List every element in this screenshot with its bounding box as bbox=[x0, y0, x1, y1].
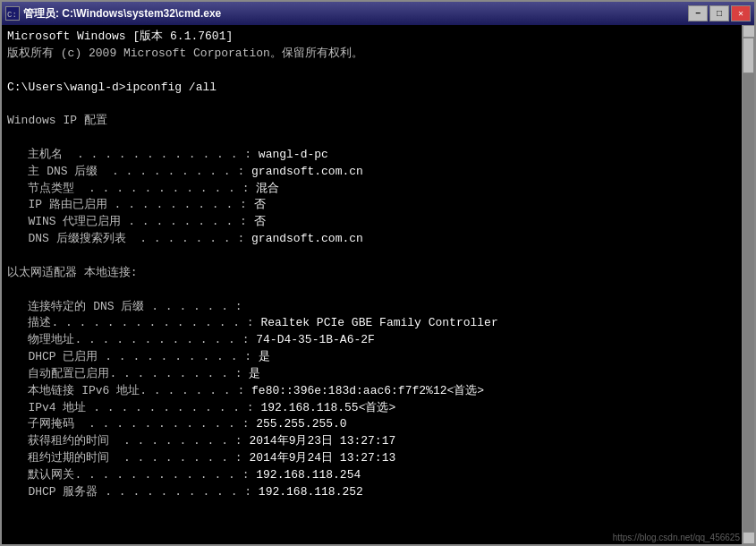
window-title: 管理员: C:\Windows\system32\cmd.exe bbox=[23, 6, 221, 21]
title-bar-left: C: 管理员: C:\Windows\system32\cmd.exe bbox=[5, 6, 221, 21]
title-bar-buttons: − □ ✕ bbox=[688, 5, 751, 21]
scroll-down-button[interactable]: ▼ bbox=[743, 532, 754, 544]
scroll-track bbox=[743, 38, 754, 532]
maximize-button[interactable]: □ bbox=[709, 5, 729, 21]
terminal-output[interactable]: Microsoft Windows [版本 6.1.7601] 版权所有 (c)… bbox=[2, 25, 742, 544]
title-bar: C: 管理员: C:\Windows\system32\cmd.exe − □ … bbox=[2, 2, 754, 25]
minimize-button[interactable]: − bbox=[688, 5, 708, 21]
cmd-window: C: 管理员: C:\Windows\system32\cmd.exe − □ … bbox=[0, 0, 756, 546]
scrollbar[interactable]: ▲ ▼ bbox=[742, 25, 754, 544]
svg-text:C:: C: bbox=[7, 11, 17, 20]
watermark: https://blog.csdn.net/qq_456625 bbox=[613, 533, 740, 542]
close-button[interactable]: ✕ bbox=[731, 5, 751, 21]
scroll-thumb[interactable] bbox=[743, 38, 754, 73]
scroll-up-button[interactable]: ▲ bbox=[743, 25, 754, 38]
cmd-body: Microsoft Windows [版本 6.1.7601] 版权所有 (c)… bbox=[2, 25, 754, 544]
cmd-icon: C: bbox=[5, 6, 20, 21]
